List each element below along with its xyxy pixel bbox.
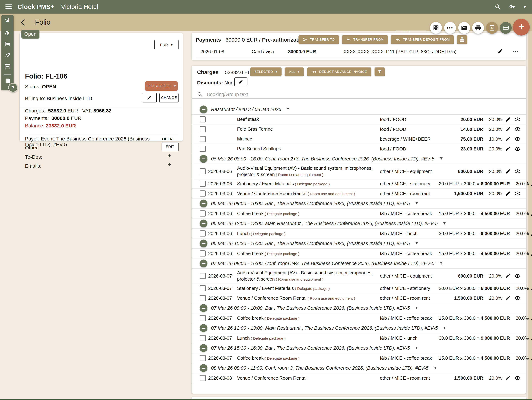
payment-card-button[interactable] (500, 22, 512, 34)
selected-dropdown-button[interactable]: SELECTED▾ (250, 68, 282, 76)
charge-row[interactable]: 2026-03-07 Venue / Conference Room Renta… (192, 293, 526, 303)
charge-row[interactable]: Malbec beverage / WINE+BEER 75.00 EUR 10… (192, 134, 526, 144)
search-icon[interactable] (495, 4, 501, 10)
charge-row[interactable]: 2026-03-07 Coffee break( Delegate packag… (192, 313, 526, 323)
charge-row[interactable]: 2026-03-07 Audio-Visual Equipment (AV) -… (192, 269, 526, 283)
transfer-from-button[interactable]: TRANSFER FROM (342, 35, 388, 44)
view-charge-icon[interactable] (514, 146, 521, 152)
view-charge-icon[interactable] (514, 116, 521, 122)
group-filter-icon[interactable] (415, 346, 419, 350)
change-billing-button[interactable]: CHANGE (159, 93, 178, 102)
view-charge-icon[interactable] (514, 295, 521, 301)
rooms-bed-icon[interactable] (4, 40, 11, 47)
edit-billing-button[interactable] (142, 93, 157, 102)
charge-row[interactable]: 2026-03-06 Stationery / Event Materials(… (192, 179, 526, 189)
collapse-group-button[interactable] (200, 260, 208, 267)
charge-row[interactable]: 2026-03-07 Coffee break( Delegate packag… (192, 353, 526, 363)
edit-charge-icon[interactable] (504, 169, 512, 174)
account-caret-icon[interactable]: ▾ (524, 4, 526, 10)
edit-charge-icon[interactable] (504, 191, 512, 196)
add-charge-button[interactable]: + (513, 19, 530, 36)
flight-departure-icon[interactable]: ✈ (4, 29, 11, 36)
edit-other-button[interactable]: EDIT (162, 142, 178, 151)
transfer-to-button[interactable]: TRANSFER TO (298, 35, 339, 44)
view-charge-icon[interactable] (514, 126, 521, 132)
back-icon[interactable] (19, 18, 27, 27)
group-filter-icon[interactable] (415, 306, 419, 310)
charge-row[interactable]: 2026-03-06 Audio-Visual Equipment (AV) -… (192, 164, 526, 179)
edit-charge-icon[interactable] (504, 375, 512, 381)
add-todo-button[interactable]: + (167, 152, 171, 159)
invoice-button[interactable]: $ (486, 22, 498, 34)
all-dropdown-button[interactable]: ALL▾ (285, 68, 304, 76)
row-checkbox[interactable] (200, 315, 206, 321)
row-checkbox[interactable] (200, 295, 206, 301)
row-checkbox[interactable] (200, 181, 206, 187)
filter-charges-button[interactable] (374, 68, 385, 76)
email-button[interactable] (458, 22, 470, 34)
collapse-group-button[interactable] (200, 240, 208, 248)
edit-charge-icon[interactable] (504, 273, 512, 279)
view-charge-icon[interactable] (514, 136, 521, 142)
charge-row[interactable]: Beef steak food / FOOD 20.00 EUR 20.0% (192, 114, 526, 124)
edit-charge-icon[interactable] (531, 251, 532, 256)
view-charge-icon[interactable] (514, 273, 521, 279)
key-icon[interactable] (509, 3, 516, 10)
view-charge-icon[interactable] (514, 375, 521, 381)
payment-row[interactable]: 2026-01-08 Card / visa 30000.0 EUR XXXX-… (192, 47, 526, 57)
charge-row[interactable]: 2026-03-06 Venue / Conference Room Renta… (192, 189, 526, 198)
row-checkbox[interactable] (200, 116, 206, 122)
edit-discounts-button[interactable] (234, 77, 247, 86)
edit-charge-icon[interactable] (531, 181, 532, 186)
edit-charge-icon[interactable] (504, 136, 512, 142)
row-checkbox[interactable] (200, 285, 206, 291)
currency-select[interactable]: EUR▾ (154, 40, 178, 50)
deduct-advance-invoice-button[interactable]: DEDUCT ADVANCE INVOICE (307, 68, 371, 76)
row-checkbox[interactable] (200, 168, 206, 174)
edit-charge-icon[interactable] (504, 295, 512, 301)
row-checkbox[interactable] (200, 146, 206, 152)
transfer-deposit-from-button[interactable]: TRANSFER DEPOSIT FROM (391, 35, 454, 44)
more-actions-button[interactable]: ••• (444, 22, 456, 34)
group-filter-icon[interactable] (439, 261, 443, 266)
collapse-group-button[interactable] (200, 155, 208, 163)
collapse-group-button[interactable] (200, 106, 208, 113)
group-filter-icon[interactable] (442, 221, 447, 226)
edit-charge-icon[interactable] (531, 355, 532, 361)
edit-payment-icon[interactable] (497, 48, 503, 54)
help-button[interactable]: ? (8, 83, 18, 92)
collapse-group-button[interactable] (200, 304, 208, 312)
charge-row[interactable]: Pan-Seared Scallops food / FOOD 23.00 EU… (192, 144, 526, 154)
charge-row[interactable]: 2026-03-08 Venue / Conference Room Renta… (192, 373, 526, 383)
row-checkbox[interactable] (200, 375, 206, 381)
housekeeping-leaf-icon[interactable] (4, 51, 11, 59)
edit-charge-icon[interactable] (531, 231, 532, 236)
row-checkbox[interactable] (200, 250, 206, 256)
group-filter-icon[interactable] (415, 201, 419, 206)
row-checkbox[interactable] (200, 335, 206, 341)
collapse-group-button[interactable] (200, 324, 208, 332)
charge-row[interactable]: 2026-03-07 Stationery / Event Materials(… (192, 283, 526, 293)
edit-charge-icon[interactable] (504, 146, 512, 152)
flight-arrival-icon[interactable]: ✈ (4, 17, 11, 24)
group-filter-icon[interactable] (286, 107, 290, 112)
collapse-group-button[interactable] (200, 200, 208, 207)
row-checkbox[interactable] (200, 273, 206, 279)
edit-charge-icon[interactable] (531, 211, 532, 216)
bookings-book-icon[interactable] (4, 77, 11, 85)
edit-charge-icon[interactable] (531, 335, 532, 341)
edit-charge-icon[interactable] (504, 117, 512, 122)
group-filter-icon[interactable] (415, 241, 419, 246)
row-checkbox[interactable] (200, 210, 206, 216)
booking-group-search-input[interactable] (207, 92, 475, 97)
row-checkbox[interactable] (200, 126, 206, 132)
charge-row[interactable]: 2026-03-06 Coffee break( Delegate packag… (192, 249, 526, 259)
charge-row[interactable]: 2026-03-06 Coffee break( Delegate packag… (192, 209, 526, 218)
edit-charge-icon[interactable] (531, 286, 532, 291)
add-email-button[interactable]: + (167, 161, 171, 168)
qr-code-button[interactable] (430, 22, 442, 34)
collapse-group-button[interactable] (200, 220, 208, 227)
open-payer-button[interactable]: OPEN (162, 137, 173, 141)
edit-charge-icon[interactable] (531, 315, 532, 321)
charge-row[interactable]: 2026-03-06 Lunch( Delegate package ) f&b… (192, 229, 526, 238)
